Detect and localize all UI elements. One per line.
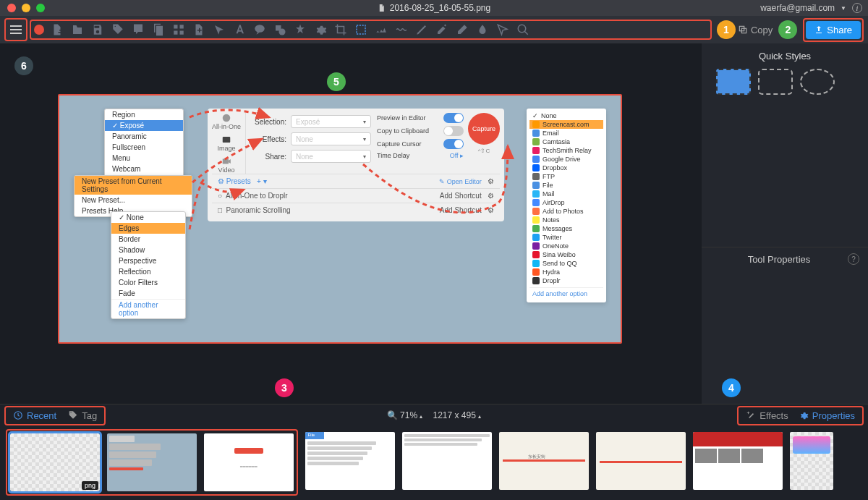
delay-value[interactable]: Off ▸ — [450, 152, 464, 159]
list-item[interactable]: Messages — [529, 224, 603, 233]
list-item[interactable]: Email — [529, 129, 603, 137]
duplicate-icon[interactable] — [151, 22, 166, 37]
tag-icon[interactable] — [111, 22, 125, 37]
canvas-selection[interactable]: Region Exposé Panoramic Fullscreen Menu … — [58, 94, 622, 344]
thumbnail[interactable] — [790, 432, 833, 490]
list-item[interactable]: New Preset... — [75, 195, 192, 205]
list-item[interactable]: File — [529, 181, 603, 190]
add-option[interactable]: Add another option — [111, 299, 185, 318]
record-button[interactable] — [34, 25, 44, 35]
share-select[interactable]: None — [291, 150, 371, 163]
clipboard-toggle[interactable] — [443, 126, 464, 136]
list-item[interactable]: OneNote — [529, 242, 603, 250]
list-item[interactable]: None — [111, 212, 185, 223]
tab-recent[interactable]: Recent — [13, 410, 56, 421]
tab-tag[interactable]: Tag — [68, 410, 97, 421]
help-icon[interactable]: ? — [848, 253, 859, 265]
close-window-button[interactable] — [7, 4, 16, 12]
list-item[interactable]: Menu — [105, 153, 183, 164]
effects-select[interactable]: None — [291, 132, 371, 145]
cursor-toggle[interactable] — [443, 139, 464, 149]
list-item[interactable]: Webcam — [105, 164, 183, 174]
list-item[interactable]: Notes — [529, 216, 603, 224]
region-dropdown[interactable]: Region Exposé Panoramic Fullscreen Menu … — [104, 109, 184, 186]
blur-icon[interactable] — [475, 22, 490, 37]
account-label[interactable]: waerfa@gmail.com — [760, 3, 835, 13]
move-icon[interactable] — [495, 22, 510, 37]
pointer-icon[interactable] — [212, 22, 226, 37]
effects-dropdown[interactable]: None Edges Border Shadow Perspective Ref… — [111, 211, 186, 319]
add-share-option[interactable]: Add another option — [529, 287, 603, 300]
thumbnail[interactable] — [402, 432, 492, 490]
new-file-icon[interactable] — [50, 22, 64, 37]
stamp-icon[interactable] — [293, 22, 307, 37]
dimensions-label[interactable]: 1217 x 495 ▴ — [433, 410, 481, 420]
list-item[interactable]: Region — [105, 109, 183, 120]
selection-select[interactable]: Exposé — [291, 115, 371, 128]
library-icon[interactable] — [171, 22, 186, 37]
zoom-control[interactable]: 🔍 71% ▴ — [387, 410, 423, 420]
preset-row[interactable]: All-in-One to Droplr — [226, 192, 288, 200]
list-item[interactable]: Exposé — [105, 120, 183, 131]
menu-button[interactable] — [7, 21, 25, 38]
share-button[interactable]: Share — [806, 21, 861, 39]
list-item[interactable]: ✓ None — [529, 111, 603, 120]
open-editor-link[interactable]: ✎ Open Editor — [439, 178, 482, 185]
maximize-window-button[interactable] — [36, 4, 45, 12]
info-icon[interactable]: i — [852, 3, 862, 13]
tab-effects[interactable]: Effects — [746, 410, 788, 421]
gear-icon[interactable] — [313, 22, 328, 37]
resize-icon[interactable] — [374, 22, 388, 37]
list-item[interactable]: TechSmith Relay — [529, 146, 603, 155]
list-item[interactable]: Mail — [529, 190, 603, 198]
magnify-icon[interactable] — [516, 22, 530, 37]
thumbnail[interactable]: ━━━━━━ — [204, 433, 294, 491]
pen-icon[interactable] — [414, 22, 429, 37]
share-destinations-list[interactable]: ✓ None Screencast.com Email Camtasia Tec… — [527, 109, 606, 302]
capture-button[interactable]: Capture — [468, 113, 500, 145]
crop-icon[interactable] — [333, 22, 348, 37]
thumbnail[interactable] — [596, 432, 686, 490]
comment-icon[interactable] — [131, 22, 145, 37]
highlighter-icon[interactable] — [435, 22, 449, 37]
wave-icon[interactable] — [394, 22, 409, 37]
list-item[interactable]: New Preset from Current Settings — [75, 176, 192, 195]
tab-image[interactable]: Image — [212, 135, 241, 152]
list-item[interactable]: Sina Weibo — [529, 250, 603, 259]
list-item[interactable]: Add to Photos — [529, 207, 603, 216]
presets-label[interactable]: ⚙ Presets + ▾ — [218, 177, 267, 185]
preset-row[interactable]: Panoramic Scrolling — [226, 206, 291, 214]
quick-style-ellipse[interactable] — [800, 69, 835, 95]
copy-button[interactable]: Copy — [738, 25, 773, 35]
minimize-window-button[interactable] — [22, 4, 30, 12]
list-item[interactable]: Droplr — [529, 276, 603, 285]
tab-all-in-one[interactable]: All-in-One — [212, 113, 241, 130]
list-item[interactable]: Edges — [111, 223, 185, 234]
selection-icon[interactable] — [354, 22, 368, 37]
list-item[interactable]: Send to QQ — [529, 259, 603, 268]
list-item[interactable]: Dropbox — [529, 164, 603, 172]
list-item[interactable]: Panoramic — [105, 131, 183, 142]
thumbnail[interactable]: File — [305, 432, 395, 490]
list-item[interactable]: Fullscreen — [105, 142, 183, 153]
list-item[interactable]: Border — [111, 234, 185, 245]
list-item[interactable]: FTP — [529, 172, 603, 181]
list-item[interactable]: Perspective — [111, 255, 185, 266]
text-icon[interactable] — [232, 22, 247, 37]
list-item[interactable]: Twitter — [529, 233, 603, 242]
list-item[interactable]: Shadow — [111, 245, 185, 255]
callout-icon[interactable] — [252, 22, 267, 37]
list-item[interactable]: Google Drive — [529, 155, 603, 164]
add-shortcut-link[interactable]: Add Shortcut — [440, 192, 482, 200]
list-item[interactable]: Fade — [111, 288, 185, 299]
thumbnail[interactable]: png — [10, 433, 100, 491]
tab-properties[interactable]: Properties — [799, 410, 855, 421]
list-item[interactable]: Hydra — [529, 268, 603, 276]
canvas-area[interactable]: 6 5 Region Exposé Panoramic Fullscreen M… — [0, 43, 702, 404]
list-item[interactable]: Camtasia — [529, 137, 603, 146]
thumbnail[interactable] — [107, 433, 197, 491]
quick-style-filled-rect[interactable] — [716, 69, 751, 95]
shape-icon[interactable] — [273, 22, 287, 37]
save-icon[interactable] — [90, 22, 105, 37]
preview-toggle[interactable] — [443, 113, 464, 123]
